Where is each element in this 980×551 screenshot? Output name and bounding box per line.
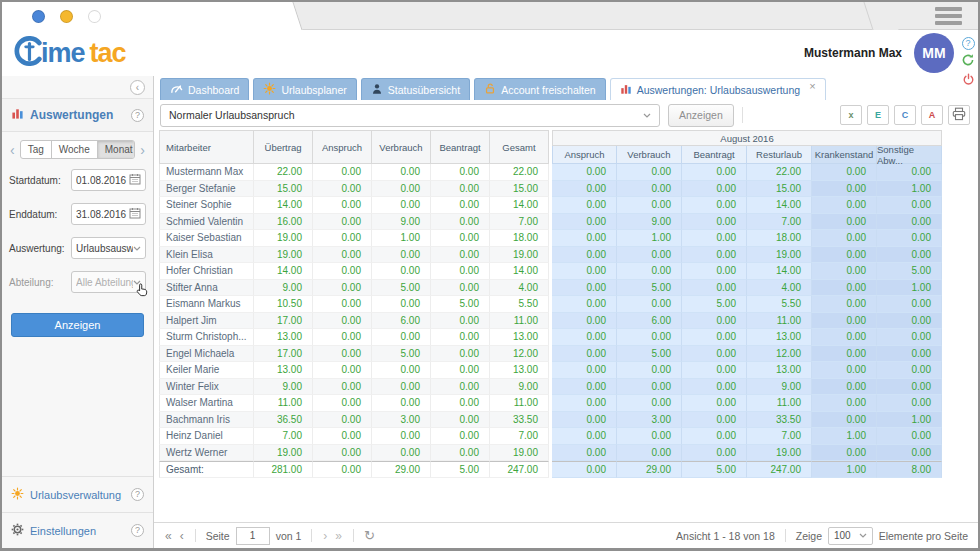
report-type-select[interactable]: Normaler Urlaubsanspruch bbox=[160, 104, 660, 127]
column-header[interactable]: Sonstige Abw... bbox=[877, 146, 942, 164]
next-page-icon[interactable]: › bbox=[322, 529, 328, 543]
table-row[interactable]: Steiner Sophie14.000.000.000.0014.000.00… bbox=[159, 197, 942, 214]
startdate-input[interactable]: 01.08.2016 bbox=[71, 169, 146, 191]
employee-name: Kaiser Sebastian bbox=[159, 230, 254, 247]
export-csv-button[interactable]: C bbox=[894, 105, 916, 125]
period-tab-woche[interactable]: Woche bbox=[52, 141, 98, 158]
value-cell: 16.00 bbox=[254, 214, 313, 231]
period-tab-monat[interactable]: Monat bbox=[98, 141, 136, 158]
value-cell: 8.00 bbox=[877, 461, 942, 478]
table-row[interactable]: Mustermann Max22.000.000.000.0022.000.00… bbox=[159, 164, 942, 181]
logout-button[interactable] bbox=[961, 74, 975, 88]
table-row[interactable]: Engel Michaela17.000.005.000.0012.000.00… bbox=[159, 346, 942, 363]
column-header[interactable]: Mitarbeiter bbox=[159, 130, 254, 164]
sidebar-item-einstellungen[interactable]: Einstellungen ? bbox=[2, 512, 153, 548]
window-dot-white[interactable] bbox=[88, 10, 101, 23]
menu-icon[interactable] bbox=[935, 7, 962, 28]
column-header[interactable]: Beantragt bbox=[682, 146, 747, 164]
export-xlsx-button[interactable]: E bbox=[867, 105, 889, 125]
print-button[interactable] bbox=[948, 105, 970, 125]
anzeigen-button[interactable]: Anzeigen bbox=[11, 313, 144, 337]
tab-account-freischalten[interactable]: Account freischalten bbox=[474, 78, 606, 100]
table-row[interactable]: Sturm Christoph...13.000.000.000.0013.00… bbox=[159, 329, 942, 346]
page-size-select[interactable]: 100 bbox=[828, 527, 873, 545]
value-cell: 281.00 bbox=[254, 461, 313, 478]
auswertung-select[interactable]: Urlaubsauswe bbox=[71, 237, 146, 259]
window-dot-blue[interactable] bbox=[32, 10, 45, 23]
value-cell: 0.00 bbox=[552, 263, 617, 280]
table-row[interactable]: Heinz Daniel7.000.000.000.007.000.000.00… bbox=[159, 428, 942, 445]
table-row[interactable]: Kaiser Sebastian19.000.001.000.0018.000.… bbox=[159, 230, 942, 247]
table-row[interactable]: Bachmann Iris36.500.003.000.0033.500.003… bbox=[159, 412, 942, 429]
column-header[interactable]: Krankenstand bbox=[812, 146, 877, 164]
sidebar-item-urlaubsverwaltung[interactable]: Urlaubsverwaltung ? bbox=[2, 476, 153, 512]
value-cell: 0.00 bbox=[812, 395, 877, 412]
value-cell: 0.00 bbox=[552, 296, 617, 313]
sidebar-collapse-button[interactable]: ‹ bbox=[130, 80, 145, 95]
period-tab-tag[interactable]: Tag bbox=[21, 141, 52, 158]
value-cell: 0.00 bbox=[552, 346, 617, 363]
table-row[interactable]: Berger Stefanie15.000.000.000.0015.000.0… bbox=[159, 181, 942, 198]
column-header[interactable]: Übertrag bbox=[254, 130, 313, 164]
value-cell: 0.00 bbox=[313, 428, 372, 445]
employee-name: Schmied Valentin bbox=[159, 214, 254, 231]
value-cell: 0.00 bbox=[812, 263, 877, 280]
column-header[interactable]: Anspruch bbox=[313, 130, 372, 164]
avatar[interactable]: MM bbox=[914, 33, 954, 73]
prev-period-icon[interactable]: ‹ bbox=[7, 142, 18, 158]
first-page-icon[interactable]: « bbox=[164, 529, 173, 543]
help-icon[interactable]: ? bbox=[131, 109, 144, 122]
table-row[interactable]: Klein Elisa19.000.000.000.0019.000.000.0… bbox=[159, 247, 942, 264]
traffic-lights bbox=[32, 10, 101, 23]
table-row[interactable]: Halpert Jim17.000.006.000.0011.000.006.0… bbox=[159, 313, 942, 330]
column-header[interactable]: Resturlaub bbox=[747, 146, 812, 164]
page-number-input[interactable] bbox=[236, 527, 270, 545]
table-row[interactable]: Schmied Valentin16.000.009.000.007.000.0… bbox=[159, 214, 942, 231]
table-row[interactable]: Eismann Markus10.500.000.005.005.500.000… bbox=[159, 296, 942, 313]
close-icon[interactable]: × bbox=[809, 80, 815, 92]
value-cell: 0.00 bbox=[431, 329, 490, 346]
export-xls-button[interactable]: x bbox=[840, 105, 862, 125]
tab-auswertungen-urlaubsauswertung[interactable]: Auswertungen: Urlaubsauswertung× bbox=[610, 78, 826, 100]
help-button[interactable]: ? bbox=[961, 36, 975, 50]
help-icon[interactable]: ? bbox=[131, 488, 144, 501]
divider bbox=[785, 529, 786, 542]
tab-statusübersicht[interactable]: Statusübersicht bbox=[361, 78, 470, 100]
value-cell: 1.00 bbox=[877, 412, 942, 429]
value-cell: 0.00 bbox=[431, 181, 490, 198]
table-row[interactable]: Hofer Christian14.000.000.000.0014.000.0… bbox=[159, 263, 942, 280]
value-cell: 33.50 bbox=[490, 412, 549, 429]
refresh-icon[interactable]: ↻ bbox=[364, 528, 375, 543]
column-header[interactable]: Gesamt bbox=[490, 130, 549, 164]
table-row[interactable]: Gesamt:281.000.0029.005.00247.000.0029.0… bbox=[159, 461, 942, 478]
right-rail: ? bbox=[961, 36, 975, 88]
export-pdf-button[interactable]: A bbox=[921, 105, 943, 125]
next-period-icon[interactable]: › bbox=[137, 142, 148, 158]
value-cell: 0.00 bbox=[552, 395, 617, 412]
column-header[interactable]: Verbrauch bbox=[617, 146, 682, 164]
value-cell: 1.00 bbox=[877, 280, 942, 297]
value-cell: 0.00 bbox=[431, 346, 490, 363]
prev-page-icon[interactable]: ‹ bbox=[179, 529, 185, 543]
table-row[interactable]: Winter Felix9.000.000.000.009.000.000.00… bbox=[159, 379, 942, 396]
tab-urlaubsplaner[interactable]: Urlaubsplaner bbox=[253, 78, 356, 100]
enddate-input[interactable]: 31.08.2016 bbox=[71, 203, 146, 225]
column-header[interactable]: Anspruch bbox=[552, 146, 617, 164]
column-header[interactable]: Beantragt bbox=[431, 130, 490, 164]
table-row[interactable]: Stifter Anna9.000.005.000.004.000.005.00… bbox=[159, 280, 942, 297]
value-cell: 11.00 bbox=[490, 313, 549, 330]
table-row[interactable]: Walser Martina11.000.000.000.0011.000.00… bbox=[159, 395, 942, 412]
table-row[interactable]: Wertz Werner19.000.000.000.0019.000.000.… bbox=[159, 445, 942, 462]
value-cell: 3.00 bbox=[372, 412, 431, 429]
refresh-button[interactable] bbox=[961, 55, 975, 69]
table-row[interactable]: Keiler Marie13.000.000.000.0013.000.000.… bbox=[159, 362, 942, 379]
value-cell: 17.00 bbox=[254, 313, 313, 330]
sidebar-section-auswertungen[interactable]: Auswertungen ? bbox=[2, 98, 153, 131]
tab-dashboard[interactable]: Dashboard bbox=[160, 78, 249, 100]
window-dot-yellow[interactable] bbox=[60, 10, 73, 23]
abteilung-row: Abteilung: Alle Abteilunge bbox=[9, 271, 146, 293]
column-header[interactable]: Verbrauch bbox=[372, 130, 431, 164]
anzeigen-toolbar-button[interactable]: Anzeigen bbox=[668, 104, 734, 127]
help-icon[interactable]: ? bbox=[131, 524, 144, 537]
last-page-icon[interactable]: » bbox=[334, 529, 343, 543]
